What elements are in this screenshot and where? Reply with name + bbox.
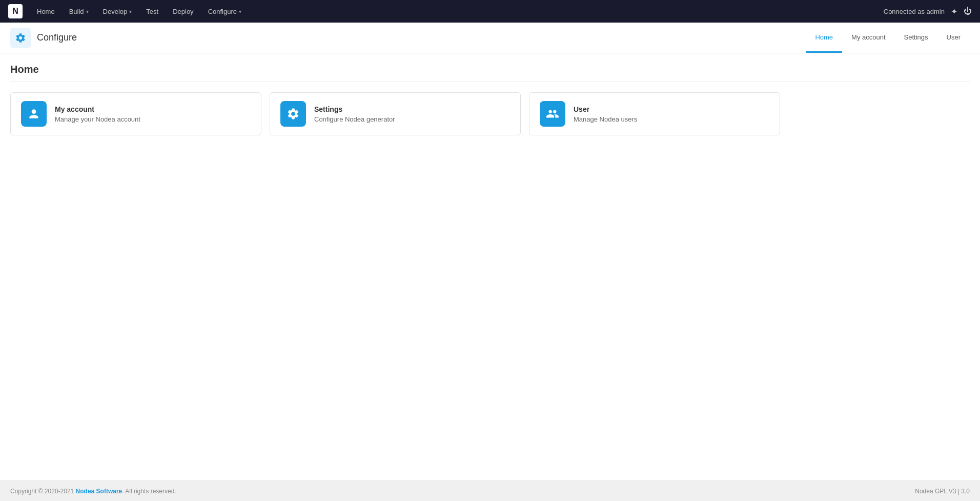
- top-navigation: N Home Build ▾ Develop ▾ Test Deploy Con…: [0, 0, 980, 23]
- user-card-icon: [540, 101, 565, 127]
- my-account-card[interactable]: My account Manage your Nodea account: [10, 92, 261, 135]
- settings-card[interactable]: Settings Configure Nodea generator: [270, 92, 521, 135]
- develop-dropdown-arrow: ▾: [129, 9, 132, 14]
- subnav-settings[interactable]: Settings: [895, 23, 937, 53]
- nav-develop[interactable]: Develop ▾: [97, 5, 138, 18]
- configure-icon: [10, 28, 31, 48]
- connected-status: Connected as admin: [884, 8, 945, 15]
- my-account-card-title: My account: [55, 105, 140, 113]
- footer-brand: Nodea Software: [76, 488, 122, 495]
- user-card-text: User Manage Nodea users: [574, 105, 637, 123]
- footer-copyright: Copyright © 2020-2021 Nodea Software. Al…: [10, 488, 176, 495]
- nav-configure[interactable]: Configure ▾: [202, 5, 248, 18]
- nav-build[interactable]: Build ▾: [63, 5, 95, 18]
- subnav-home[interactable]: Home: [806, 23, 842, 53]
- settings-card-icon: [280, 101, 306, 127]
- user-card-title: User: [574, 105, 637, 113]
- settings-card-desc: Configure Nodea generator: [314, 115, 395, 123]
- footer: Copyright © 2020-2021 Nodea Software. Al…: [0, 480, 980, 501]
- settings-card-text: Settings Configure Nodea generator: [314, 105, 395, 123]
- logo[interactable]: N: [8, 4, 23, 18]
- user-card[interactable]: User Manage Nodea users: [529, 92, 780, 135]
- nav-items: Home Build ▾ Develop ▾ Test Deploy Confi…: [31, 5, 884, 18]
- nav-deploy[interactable]: Deploy: [167, 5, 199, 18]
- main-content: Home My account Manage your Nodea accoun…: [0, 53, 980, 480]
- signout-icon[interactable]: ⏻: [964, 7, 972, 16]
- nav-home[interactable]: Home: [31, 5, 61, 18]
- sub-navigation: Home My account Settings User: [806, 23, 970, 53]
- my-account-card-text: My account Manage your Nodea account: [55, 105, 140, 123]
- settings-card-title: Settings: [314, 105, 395, 113]
- user-card-desc: Manage Nodea users: [574, 115, 637, 123]
- configure-dropdown-arrow: ▾: [239, 9, 241, 14]
- page-title: Configure: [37, 32, 77, 43]
- footer-version: Nodea GPL V3 | 3.0: [915, 488, 970, 495]
- star-icon[interactable]: ✦: [951, 7, 957, 16]
- subnav-user[interactable]: User: [937, 23, 970, 53]
- my-account-card-desc: Manage your Nodea account: [55, 115, 140, 123]
- my-account-card-icon: [21, 101, 47, 127]
- build-dropdown-arrow: ▾: [86, 9, 89, 14]
- subnav-my-account[interactable]: My account: [842, 23, 894, 53]
- nav-test[interactable]: Test: [140, 5, 165, 18]
- sub-header: Configure Home My account Settings User: [0, 23, 980, 53]
- content-title: Home: [10, 64, 970, 82]
- top-nav-right: Connected as admin ✦ ⏻: [884, 7, 972, 16]
- cards-grid: My account Manage your Nodea account Set…: [10, 92, 970, 135]
